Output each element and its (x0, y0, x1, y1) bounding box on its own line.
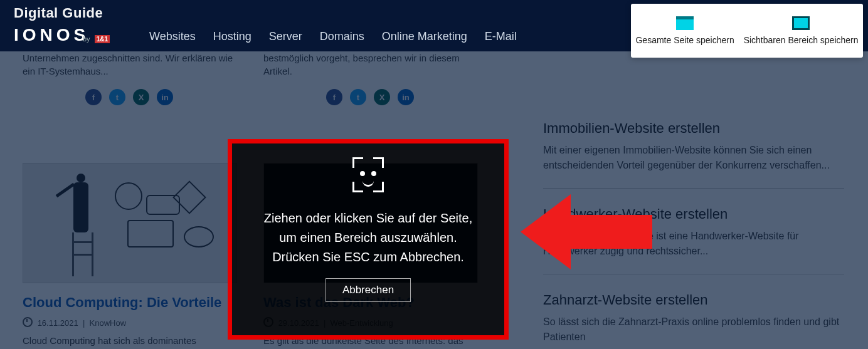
divider (543, 274, 844, 274)
logo-text[interactable]: IONOS (14, 25, 89, 45)
brand-title: Digital Guide (14, 5, 103, 21)
capture-preview-icon (246, 155, 490, 205)
save-visible-area-button[interactable]: Sichtbaren Bereich speichern (744, 16, 859, 45)
article-teaser-2: bestmöglich vorgeht, besprechen wir in d… (263, 51, 477, 105)
annotation-arrow-icon (521, 191, 652, 273)
svg-marker-0 (521, 194, 652, 269)
xing-icon[interactable]: X (374, 89, 390, 105)
byline-text: by (83, 35, 90, 43)
article-teaser-1: Unternehmen zugeschnitten sind. Wir erkl… (23, 51, 236, 105)
linkedin-icon[interactable]: in (157, 89, 173, 105)
save-visible-area-label: Sichtbaren Bereich speichern (744, 35, 859, 45)
capture-instructions: Ziehen oder klicken Sie auf der Seite, u… (264, 209, 472, 267)
byline-tag: 1&1 (95, 35, 110, 43)
article-thumbnail (23, 163, 237, 283)
nav-email[interactable]: E-Mail (485, 30, 517, 43)
screenshot-capture-overlay[interactable]: Ziehen oder klicken Sie auf der Seite, u… (228, 139, 509, 340)
article-card-cloud[interactable]: Cloud Computing: Die Vorteile 16.11.2021… (23, 163, 236, 347)
teaser-text: Unternehmen zugeschnitten sind. Wir erkl… (23, 51, 236, 78)
clock-icon (23, 317, 33, 327)
main-nav: Websites Hosting Server Domains Online M… (149, 30, 517, 43)
article-date: 16.11.2021 (38, 318, 78, 328)
twitter-icon[interactable]: t (109, 89, 125, 105)
nav-server[interactable]: Server (269, 30, 302, 43)
social-share-row: f t X in (263, 89, 477, 105)
article-excerpt: Cloud Computing hat sich als dominantes (23, 334, 236, 347)
social-share-row: f t X in (23, 89, 236, 105)
facebook-icon[interactable]: f (326, 89, 342, 105)
logo-byline: by 1&1 (83, 35, 110, 43)
save-full-page-button[interactable]: Gesamte Seite speichern (635, 16, 734, 45)
sidebar-item-title[interactable]: Immobilien-Website erstellen (543, 120, 844, 137)
twitter-icon[interactable]: t (350, 89, 366, 105)
face-frame-icon (352, 157, 384, 192)
nav-websites[interactable]: Websites (149, 30, 196, 43)
sidebar-item-text: Mit einer eigenen Immobilien-Website kön… (543, 143, 844, 173)
article-meta: 16.11.2021 | KnowHow (23, 317, 236, 328)
screenshot-save-toolbar: Gesamte Seite speichern Sichtbaren Berei… (631, 4, 863, 58)
sidebar-item-text: So lässt sich die Zahnarzt-Praxis online… (543, 315, 844, 345)
save-full-page-icon (676, 16, 694, 30)
teaser-text: bestmöglich vorgeht, besprechen wir in d… (263, 51, 477, 78)
article-title-link[interactable]: Cloud Computing: Die Vorteile (23, 294, 236, 311)
save-visible-area-icon (792, 16, 810, 30)
article-category[interactable]: KnowHow (90, 318, 127, 328)
capture-line1: Ziehen oder klicken Sie auf der Seite, (264, 209, 472, 228)
divider (543, 188, 844, 189)
nav-online-marketing[interactable]: Online Marketing (382, 30, 467, 43)
nav-hosting[interactable]: Hosting (213, 30, 251, 43)
illustration-person-icon (73, 182, 88, 232)
cancel-button[interactable]: Abbrechen (326, 278, 411, 302)
capture-line2: um einen Bereich auszuwählen. (264, 228, 472, 247)
save-full-page-label: Gesamte Seite speichern (635, 35, 734, 45)
illustration-ladder-icon (72, 232, 93, 276)
nav-domains[interactable]: Domains (320, 30, 364, 43)
sidebar-item-title[interactable]: Zahnarzt-Website erstellen (543, 292, 844, 308)
capture-line3: Drücken Sie ESC zum Abbrechen. (264, 247, 472, 267)
xing-icon[interactable]: X (133, 89, 149, 105)
linkedin-icon[interactable]: in (398, 89, 414, 105)
facebook-icon[interactable]: f (85, 89, 102, 105)
illustration-doodles-icon (109, 176, 228, 270)
